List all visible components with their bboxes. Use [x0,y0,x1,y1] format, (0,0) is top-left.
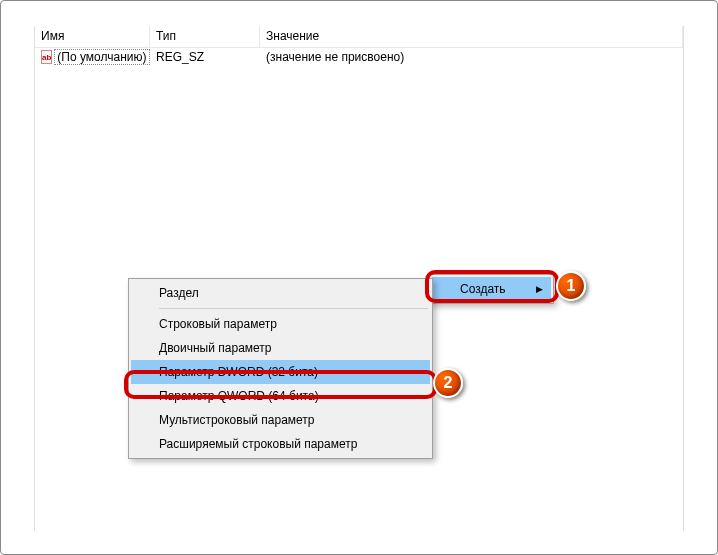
string-value-icon: ab [41,50,52,64]
menu-item-key[interactable]: Раздел [131,281,430,305]
menu-item-qword[interactable]: Параметр QWORD (64 бита) [131,384,430,408]
menu-item-expandstring[interactable]: Расширяемый строковый параметр [131,432,430,456]
table-row[interactable]: ab (По умолчанию) REG_SZ (значение не пр… [35,48,683,66]
chevron-right-icon: ▶ [536,284,543,294]
menu-item-multistring[interactable]: Мультистроковый параметр [131,408,430,432]
annotation-badge-1: 1 [556,271,586,301]
context-menu: Создать ▶ [429,274,554,304]
menu-item-dword[interactable]: Параметр DWORD (32 бита) [131,360,430,384]
row-value: (значение не присвоено) [260,50,683,64]
menu-item-string[interactable]: Строковый параметр [131,312,430,336]
column-header-row: Имя Тип Значение [35,26,683,48]
menu-separator [159,308,428,309]
create-submenu: Раздел Строковый параметр Двоичный парам… [128,278,433,459]
menu-item-binary[interactable]: Двоичный параметр [131,336,430,360]
row-type: REG_SZ [150,50,260,64]
column-header-name[interactable]: Имя [35,26,150,47]
annotation-badge-2: 2 [433,368,463,398]
menu-item-label: Создать [460,282,506,296]
menu-item-create[interactable]: Создать ▶ [432,277,551,301]
column-header-type[interactable]: Тип [150,26,260,47]
row-name: (По умолчанию) [54,49,149,65]
column-header-value[interactable]: Значение [260,26,683,47]
